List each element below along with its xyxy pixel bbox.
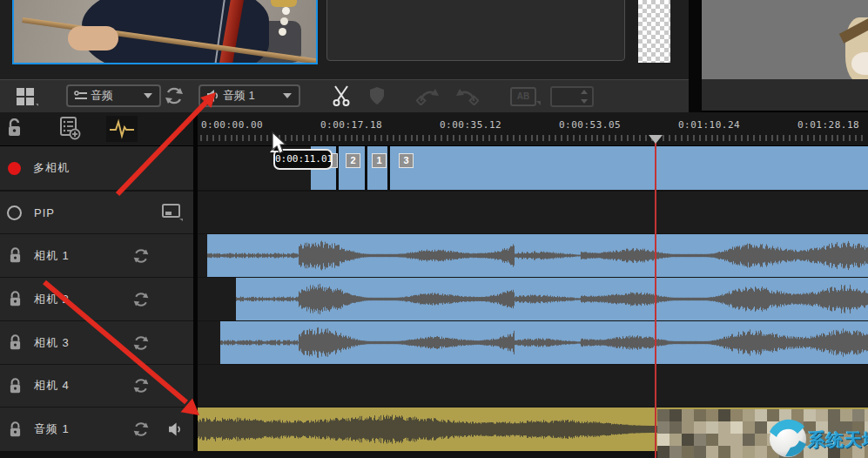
camera-badge: 1 [372, 153, 387, 168]
mute-speaker-icon[interactable] [168, 422, 183, 436]
track-header-cam2[interactable]: 相机 2 [0, 278, 193, 320]
track-type-dropdown[interactable]: 音频 [66, 84, 161, 107]
track-header-multicam[interactable]: 多相机 [0, 146, 193, 190]
track-label: 音频 1 [34, 421, 70, 437]
lock-icon[interactable] [9, 291, 22, 307]
lock-icon[interactable] [9, 247, 22, 264]
audio-sync-mode-button[interactable] [106, 116, 138, 142]
ruler-timecode: 0:00:00.00 [201, 119, 263, 131]
multicam-clip[interactable]: 2 1 3 [311, 146, 868, 190]
track-header-pip[interactable]: PIP [0, 192, 193, 233]
transition-flyout-triangle [536, 101, 541, 105]
active-camera-preview[interactable] [12, 0, 318, 64]
lane-pip[interactable] [198, 192, 868, 233]
add-marker-list-button[interactable] [59, 116, 82, 140]
lane-cam3[interactable] [198, 321, 868, 364]
pip-source-icon[interactable] [162, 204, 183, 221]
camera-badge: 2 [346, 153, 360, 168]
lane-cam4[interactable] [198, 365, 868, 407]
track-header-audio1[interactable]: 音频 1 [0, 407, 193, 451]
cam3-clip[interactable] [220, 321, 868, 364]
ruler-timecode: 0:01:28.18 [797, 119, 859, 131]
track-header-cam1[interactable]: 相机 1 [0, 234, 193, 277]
refresh-button[interactable] [164, 85, 185, 106]
secondary-preview-panel [326, 0, 625, 61]
shield-button-disabled [368, 86, 386, 105]
transition-ab-button-disabled: AB [510, 87, 536, 106]
hand-shape [68, 26, 118, 51]
ruler-timecode: 0:00:35.12 [440, 119, 501, 131]
track-label: 多相机 [33, 160, 70, 176]
bead-shape [282, 7, 290, 15]
speaker-icon [206, 90, 220, 102]
bead-shape [280, 17, 288, 25]
playhead-marker[interactable] [649, 135, 663, 144]
record-dot-icon[interactable] [8, 162, 21, 175]
camera-badge: 3 [399, 153, 414, 168]
lane-cam1[interactable] [198, 234, 868, 277]
lock-icon[interactable] [9, 334, 22, 351]
ruler-timecode: 0:00:53.05 [559, 119, 621, 131]
audio-track-dropdown[interactable]: 音频 1 [198, 84, 300, 107]
segment-divider [365, 146, 367, 190]
track-label: 相机 2 [34, 292, 70, 307]
stepper-up-icon [581, 90, 588, 94]
redo-swap-button-disabled [456, 86, 479, 105]
panel-divider [689, 0, 702, 112]
stepper-down-icon [581, 99, 588, 104]
sync-icon[interactable] [132, 334, 150, 352]
cam1-clip[interactable] [207, 234, 868, 277]
sync-icon[interactable] [132, 377, 150, 394]
track-header-cam4[interactable]: 相机 4 [0, 365, 193, 407]
playhead-line[interactable] [655, 139, 656, 458]
lock-icon[interactable] [9, 421, 22, 438]
split-clip-button[interactable] [332, 84, 351, 107]
layout-grid-button[interactable] [16, 86, 38, 107]
track-type-value: 音频 [91, 88, 113, 104]
sync-icon[interactable] [132, 291, 150, 308]
lane-cam2[interactable] [198, 278, 868, 320]
undo-swap-button-disabled [416, 86, 439, 105]
track-label: 相机 4 [34, 378, 70, 394]
audio-track-value: 音频 1 [223, 88, 255, 104]
lock-all-button[interactable] [7, 118, 22, 138]
track-header-cam3[interactable]: 相机 3 [0, 321, 193, 364]
ruler-timecode: 0:00:17.18 [320, 119, 382, 131]
video-editor-window: 音频 音频 1 [0, 0, 868, 458]
transparency-checker-strip [638, 0, 670, 63]
ruler-timecode: 0:01:10.24 [678, 119, 740, 131]
track-label: PIP [34, 206, 55, 219]
lock-icon[interactable] [9, 378, 22, 394]
sync-icon[interactable] [132, 421, 150, 438]
chevron-down-icon [144, 93, 152, 98]
source-monitor-toolbar [702, 79, 868, 112]
segment-divider [387, 146, 390, 190]
chevron-down-icon [283, 93, 292, 98]
bead-shape [279, 28, 286, 36]
track-list-icon [74, 90, 88, 102]
watermark-text: 系统天地 [808, 428, 868, 452]
gold-detail-shape [271, 0, 297, 7]
track-label: 相机 3 [34, 335, 70, 351]
source-monitor-panel [702, 0, 868, 79]
duration-stepper-disabled [550, 86, 594, 107]
track-label: 相机 1 [34, 248, 70, 264]
sync-icon[interactable] [132, 247, 150, 265]
mouse-cursor-icon [261, 129, 301, 158]
pip-enable-icon[interactable] [7, 205, 22, 220]
cam2-clip[interactable] [236, 278, 868, 320]
